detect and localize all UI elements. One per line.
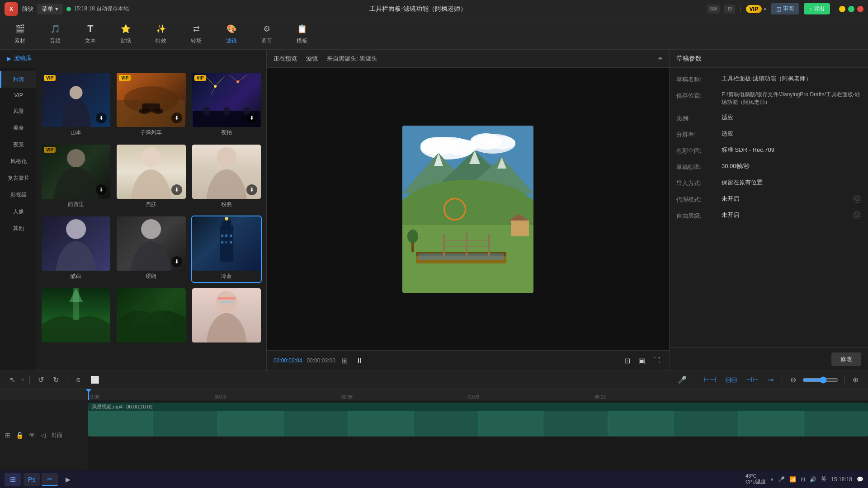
maximize-button[interactable] bbox=[848, 6, 854, 12]
minimize-button[interactable] bbox=[839, 6, 845, 12]
filter-item-yamamoto[interactable]: VIP ⬇ 山本 bbox=[41, 72, 111, 139]
download-icon-liangfu[interactable]: ⬇ bbox=[171, 184, 182, 195]
toolbar-item-sticker[interactable]: ⭐ 贴纸 bbox=[115, 20, 137, 47]
filter-name-porcelain: 粉瓷 bbox=[192, 199, 261, 210]
sticker-label: 贴纸 bbox=[120, 37, 131, 45]
filter-cat-selected[interactable]: 精选 bbox=[0, 71, 36, 88]
toolbar-item-media[interactable]: 🎬 素材 bbox=[9, 20, 31, 47]
delete-button[interactable]: ⬜ bbox=[88, 374, 102, 386]
filter-cat-night[interactable]: 夜景 bbox=[0, 136, 36, 153]
audio-icon: 🎵 bbox=[49, 23, 61, 35]
filter-name-portrait2 bbox=[192, 343, 261, 346]
grid-view-button[interactable]: ⊞ bbox=[340, 355, 349, 367]
filter-name-xixili: 西西里 bbox=[42, 199, 110, 210]
tl-snap-button[interactable]: ⊢⊣ bbox=[701, 374, 719, 386]
filter-item-nightshoot[interactable]: VIP bbox=[191, 72, 262, 139]
taskbar-wifi-icon[interactable]: ⊡ bbox=[801, 476, 805, 483]
screenshot-button[interactable]: ⊡ bbox=[623, 355, 632, 367]
filter-item-green2[interactable] bbox=[116, 287, 186, 347]
preview-controls: 00:00:02:04 00:00:03:00 ⊞ ⏸ ⊡ ▣ ⛶ bbox=[267, 350, 669, 371]
filter-item-cool-blue[interactable]: 冷蓝 bbox=[191, 216, 262, 283]
taskbar-network-icon[interactable]: 📶 bbox=[789, 476, 796, 483]
video-track[interactable]: 风景视频.mp4 00:00:10:02 bbox=[88, 403, 868, 436]
vip-badge[interactable]: VIP bbox=[746, 5, 762, 13]
mic-button[interactable]: 🎤 bbox=[675, 374, 689, 386]
taskbar-app-player[interactable]: ▶ bbox=[60, 473, 76, 486]
filter-item-portrait2[interactable] bbox=[191, 287, 262, 347]
track-add-button[interactable]: ⊞ bbox=[4, 430, 12, 440]
track-lock-button[interactable]: 🔒 bbox=[14, 430, 25, 440]
filter-cat-style[interactable]: 风格化 bbox=[0, 153, 36, 170]
toolbar-item-transition[interactable]: ⇄ 转场 bbox=[185, 20, 207, 47]
playhead bbox=[88, 389, 89, 400]
freelayer-info-icon[interactable]: ⓘ bbox=[853, 211, 861, 219]
filter-item-tough[interactable]: ⬇ 硬朗 bbox=[116, 216, 186, 283]
keyboard-icon[interactable]: ⌨ bbox=[707, 5, 720, 14]
time-current: 00:00:02:04 bbox=[274, 357, 302, 364]
transition-icon: ⇄ bbox=[190, 23, 203, 35]
download-icon-tough[interactable]: ⬇ bbox=[171, 256, 182, 267]
taskbar-mic-icon[interactable]: 🎤 bbox=[778, 476, 785, 483]
toolbar-item-effect[interactable]: ✨ 特效 bbox=[150, 20, 172, 47]
taskbar-app-ps[interactable]: Ps bbox=[24, 473, 40, 486]
split-button[interactable]: ⚟ bbox=[73, 375, 84, 385]
filter-cat-vip[interactable]: VIP bbox=[0, 88, 36, 103]
filter-item-liangfu[interactable]: ⬇ 亮肤 bbox=[116, 144, 186, 211]
zoom-slider[interactable] bbox=[802, 376, 839, 384]
filter-item-xixili[interactable]: VIP ⬇ 西西里 bbox=[41, 144, 111, 211]
zoom-out-button[interactable]: ⊖ bbox=[788, 374, 799, 386]
filter-cat-food[interactable]: 美食 bbox=[0, 120, 36, 136]
redo-button[interactable]: ↻ bbox=[50, 374, 61, 386]
taskbar-notification-icon[interactable]: 💬 bbox=[857, 476, 863, 483]
svg-rect-6 bbox=[142, 103, 160, 112]
proxy-info-icon[interactable]: ⓘ bbox=[853, 195, 861, 203]
menu-button[interactable]: 菜单 ▾ bbox=[37, 4, 63, 14]
filter-cat-portrait[interactable]: 人像 bbox=[0, 203, 36, 220]
tl-settings-button[interactable]: ⊕ bbox=[850, 374, 861, 386]
toolbar-item-adjust[interactable]: ⚙ 调节 bbox=[256, 20, 278, 47]
taskbar-app-jianying[interactable]: ✂ bbox=[42, 473, 58, 486]
download-icon-nightshoot[interactable]: ⬇ bbox=[246, 113, 257, 123]
filter-cat-film[interactable]: 影视级 bbox=[0, 187, 36, 203]
params-header: 草稿参数 bbox=[670, 50, 868, 68]
toolbar-item-text[interactable]: T 文本 bbox=[80, 20, 101, 47]
download-icon-bullet[interactable]: ⬇ bbox=[171, 113, 182, 123]
taskbar-expand-icon[interactable]: ∧ bbox=[770, 477, 774, 482]
tl-align-button[interactable]: ⊸ bbox=[765, 374, 776, 386]
taskbar-volume-icon[interactable]: 🔊 bbox=[810, 476, 816, 483]
cursor-tool-button[interactable]: ↖ bbox=[7, 374, 18, 386]
taskbar-lang[interactable]: 英 bbox=[821, 475, 826, 483]
tl-link-button[interactable]: ⊣⊢ bbox=[743, 374, 761, 386]
compare-button[interactable]: ▣ bbox=[637, 355, 647, 367]
taskbar-start-button[interactable]: ⊞ bbox=[5, 473, 21, 486]
filter-item-bullet[interactable]: VIP ⬇ 子弹列车 bbox=[116, 72, 186, 139]
toolbar-item-filter[interactable]: 🎨 滤镜 bbox=[221, 20, 242, 47]
toolbar-item-audio[interactable]: 🎵 音频 bbox=[44, 20, 66, 47]
review-button[interactable]: ◫ 审阅 bbox=[771, 3, 799, 14]
filter-cat-other[interactable]: 其他 bbox=[0, 220, 36, 237]
grid-icon[interactable]: ⊞ bbox=[724, 5, 735, 14]
pause-button[interactable]: ⏸ bbox=[354, 355, 365, 366]
tl-magnet-button[interactable]: ⊟⊟ bbox=[722, 374, 740, 386]
export-button[interactable]: ↑ 导出 bbox=[804, 3, 830, 14]
toolbar-item-template[interactable]: 📋 模板 bbox=[291, 20, 313, 47]
track-visible-button[interactable]: 👁 bbox=[28, 430, 37, 440]
preview-menu-button[interactable]: ≡ bbox=[658, 55, 662, 63]
filter-item-green1[interactable] bbox=[41, 287, 111, 347]
filter-cat-retro[interactable]: 复古胶片 bbox=[0, 170, 36, 187]
param-row-ratio: 比例: 适应 bbox=[676, 113, 861, 122]
svg-point-71 bbox=[407, 230, 418, 243]
download-icon-porcelain[interactable]: ⬇ bbox=[246, 184, 257, 195]
modify-button[interactable]: 修改 bbox=[831, 352, 861, 366]
track-audio-button[interactable]: ◁ bbox=[39, 430, 47, 440]
close-button[interactable] bbox=[857, 6, 863, 12]
filter-item-porcelain[interactable]: ⬇ 粉瓷 bbox=[191, 144, 262, 211]
undo-button[interactable]: ↺ bbox=[35, 374, 47, 386]
filter-item-cool[interactable]: 酷白 bbox=[41, 216, 111, 283]
track-thumb-4 bbox=[283, 411, 348, 436]
filter-cat-landscape[interactable]: 风景 bbox=[0, 103, 36, 120]
svg-rect-36 bbox=[225, 241, 227, 244]
main-content: ▶ 滤镜库 精选 VIP 风景 美食 夜景 风格化 复古胶片 影视级 人像 其他 bbox=[0, 50, 868, 371]
filter-thumb-cool-blue bbox=[192, 216, 261, 271]
fullscreen-button[interactable]: ⛶ bbox=[651, 355, 662, 366]
